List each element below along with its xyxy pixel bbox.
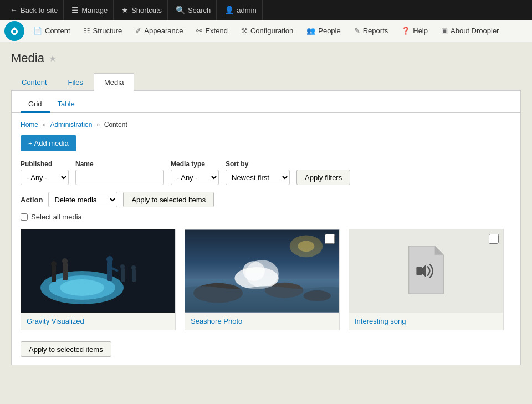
admin-link[interactable]: 👤 admin bbox=[219, 0, 262, 20]
svg-point-16 bbox=[131, 265, 136, 270]
sort-filter-group: Sort by Newest first bbox=[226, 160, 290, 185]
toolbar-people[interactable]: 👥 People bbox=[300, 20, 347, 42]
tabs-section: Grid Table Home » Administration » Conte… bbox=[11, 91, 521, 365]
view-tabs: Grid Table bbox=[12, 96, 520, 113]
shortcuts-link[interactable]: ★ Shortcuts bbox=[116, 0, 168, 20]
reports-icon: ✎ bbox=[354, 27, 360, 35]
search-icon: 🔍 bbox=[176, 6, 185, 14]
back-to-site-link[interactable]: ← Back to site bbox=[4, 0, 64, 20]
svg-rect-15 bbox=[132, 269, 136, 282]
apply-filters-button[interactable]: Apply filters bbox=[296, 170, 350, 185]
back-to-site-label: Back to site bbox=[21, 6, 58, 14]
drupal-logo[interactable] bbox=[4, 21, 24, 41]
apply-selected-top-button[interactable]: Apply to selected items bbox=[123, 192, 214, 207]
menu-icon: ☰ bbox=[71, 6, 79, 14]
tab-files[interactable]: Files bbox=[58, 73, 94, 91]
svg-point-14 bbox=[120, 264, 125, 269]
breadcrumb-home[interactable]: Home bbox=[21, 121, 38, 129]
toolbar-structure[interactable]: ☷ Structure bbox=[77, 20, 129, 42]
media-card-seashore-link[interactable]: Seashore Photo bbox=[191, 317, 242, 325]
content-tabs: Content Files Media bbox=[11, 73, 521, 91]
media-card-gravity-thumb bbox=[21, 229, 175, 313]
svg-point-11 bbox=[106, 256, 113, 263]
svg-point-24 bbox=[243, 261, 265, 281]
audio-file-icon bbox=[404, 246, 448, 296]
published-filter-group: Published - Any - bbox=[21, 160, 69, 185]
apply-selected-bottom-button[interactable]: Apply to selected items bbox=[21, 341, 111, 357]
media-type-select[interactable]: - Any - bbox=[171, 170, 219, 185]
droopler-icon: ▣ bbox=[441, 27, 448, 35]
people-icon: 👥 bbox=[306, 27, 315, 35]
media-card-audio: Interesting song bbox=[349, 229, 504, 330]
media-card-gravity-label: Gravity Visualized bbox=[21, 313, 175, 330]
manage-label: Manage bbox=[81, 6, 108, 14]
svg-rect-10 bbox=[107, 262, 112, 281]
toolbar-reports[interactable]: ✎ Reports bbox=[347, 20, 395, 42]
breadcrumb-sep-1: » bbox=[42, 121, 48, 129]
toolbar-about[interactable]: ▣ About Droopler bbox=[434, 20, 505, 42]
action-select[interactable]: Delete media bbox=[48, 192, 117, 207]
admin-toolbar: 📄 Content ☷ Structure ✐ Appearance ⚯ Ext… bbox=[0, 20, 532, 42]
search-link[interactable]: 🔍 Search bbox=[170, 0, 217, 20]
extend-icon: ⚯ bbox=[196, 27, 202, 35]
favorite-icon[interactable]: ★ bbox=[49, 53, 57, 64]
filters-row: Published - Any - Name Media type - Any … bbox=[21, 160, 511, 185]
gravity-image bbox=[21, 229, 175, 313]
action-row: Action Delete media Apply to selected it… bbox=[21, 192, 511, 207]
shortcuts-label: Shortcuts bbox=[131, 6, 162, 14]
sort-select[interactable]: Newest first bbox=[226, 170, 290, 185]
media-card-seashore-thumb bbox=[185, 229, 339, 313]
toolbar-configuration[interactable]: ⚒ Configuration bbox=[234, 20, 300, 42]
media-card-audio-thumb bbox=[349, 229, 503, 313]
svg-point-1 bbox=[13, 30, 16, 33]
published-select[interactable]: - Any - bbox=[21, 170, 69, 185]
svg-point-5 bbox=[60, 279, 104, 296]
media-type-filter-group: Media type - Any - bbox=[171, 160, 219, 185]
svg-point-9 bbox=[62, 258, 68, 264]
name-input[interactable] bbox=[75, 170, 164, 185]
svg-rect-27 bbox=[416, 267, 422, 275]
name-label: Name bbox=[75, 160, 164, 168]
main-content: Media ★ Content Files Media Grid Table H… bbox=[0, 42, 532, 404]
published-label: Published bbox=[21, 160, 69, 168]
content-inner: Home » Administration » Content + Add me… bbox=[12, 113, 520, 365]
toolbar-help[interactable]: ❓ Help bbox=[395, 20, 434, 42]
select-all-checkbox[interactable] bbox=[21, 213, 28, 221]
toolbar-nav: 📄 Content ☷ Structure ✐ Appearance ⚯ Ext… bbox=[27, 20, 505, 42]
toolbar-extend[interactable]: ⚯ Extend bbox=[190, 20, 234, 42]
tab-content[interactable]: Content bbox=[11, 73, 58, 91]
page-title-row: Media ★ bbox=[11, 51, 521, 65]
media-card-seashore-label: Seashore Photo bbox=[185, 313, 339, 330]
media-card-seashore-checkbox[interactable] bbox=[325, 234, 335, 244]
top-bar: ← Back to site ☰ Manage ★ Shortcuts 🔍 Se… bbox=[0, 0, 532, 20]
action-label: Action bbox=[21, 196, 43, 204]
select-all-label: Select all media bbox=[31, 213, 82, 221]
user-icon: 👤 bbox=[224, 6, 234, 14]
media-card-gravity-link[interactable]: Gravity Visualized bbox=[27, 317, 84, 325]
view-tab-grid[interactable]: Grid bbox=[21, 96, 50, 113]
svg-rect-13 bbox=[121, 268, 125, 282]
toolbar-content[interactable]: 📄 Content bbox=[27, 20, 77, 42]
admin-label: admin bbox=[237, 6, 256, 14]
media-card-audio-link[interactable]: Interesting song bbox=[355, 317, 406, 325]
seashore-image bbox=[185, 229, 339, 313]
audio-document-svg bbox=[404, 246, 448, 296]
breadcrumb: Home » Administration » Content bbox=[21, 121, 511, 129]
media-card-audio-checkbox[interactable] bbox=[489, 234, 499, 244]
arrow-left-icon: ← bbox=[10, 6, 18, 14]
page-title: Media bbox=[11, 51, 44, 65]
manage-link[interactable]: ☰ Manage bbox=[66, 0, 114, 20]
add-media-button[interactable]: + Add media bbox=[21, 135, 76, 151]
media-grid: Gravity Visualized bbox=[21, 229, 511, 330]
breadcrumb-administration[interactable]: Administration bbox=[50, 121, 92, 129]
breadcrumb-content: Content bbox=[104, 121, 127, 129]
select-all-row: Select all media bbox=[21, 213, 511, 221]
content-icon: 📄 bbox=[33, 27, 42, 35]
view-tab-table[interactable]: Table bbox=[50, 96, 83, 113]
media-card-gravity: Gravity Visualized bbox=[21, 229, 176, 330]
svg-rect-8 bbox=[63, 263, 68, 280]
toolbar-appearance[interactable]: ✐ Appearance bbox=[129, 20, 190, 42]
svg-point-7 bbox=[51, 261, 57, 267]
tab-media[interactable]: Media bbox=[94, 73, 134, 91]
breadcrumb-sep-2: » bbox=[96, 121, 102, 129]
